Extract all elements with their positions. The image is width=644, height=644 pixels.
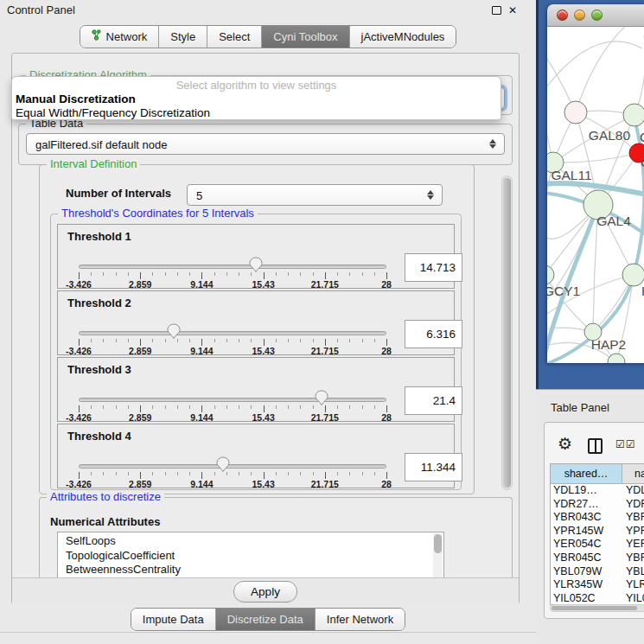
threshold-3-thumb[interactable] xyxy=(315,390,328,406)
tick-mark xyxy=(239,272,239,276)
slider-track[interactable] xyxy=(79,464,386,469)
table-hscrollbar[interactable] xyxy=(550,604,644,612)
table-hscrollbar-thumb[interactable] xyxy=(552,606,637,610)
column-layout-icon[interactable] xyxy=(588,438,603,454)
network-canvas[interactable]: GAL80GAL11GAL4GCY1HAP2GCH xyxy=(547,27,644,363)
table-row[interactable]: YBL079WYBL0 xyxy=(551,565,644,579)
table-row[interactable]: YIL052CYIL0 xyxy=(551,592,644,604)
threshold-3-slider[interactable]: -3.4262.8599.14415.4321.71528 xyxy=(79,358,386,423)
network-node[interactable] xyxy=(564,101,587,124)
threshold-4-value-field[interactable]: 11.344 xyxy=(405,453,462,481)
threshold-1-value-field[interactable]: 14.713 xyxy=(405,253,462,282)
tick-mark xyxy=(374,339,375,342)
table-row[interactable]: YBR045CYBR0 xyxy=(551,552,644,565)
network-graph: GAL80GAL11GAL4GCY1HAP2GCH xyxy=(547,27,644,363)
network-window: GAL80GAL11GAL4GCY1HAP2GCH xyxy=(547,4,644,363)
tab-style[interactable]: Style xyxy=(158,26,207,48)
threshold-panel-2: Threshold 2-3.4262.8599.14415.4321.71528… xyxy=(57,290,455,355)
tick-mark xyxy=(103,272,104,276)
thresholds-group: Threshold's Coordinates for 5 Intervals … xyxy=(50,214,462,490)
attribute-item-selfloops[interactable]: SelfLoops xyxy=(58,534,443,549)
table-row[interactable]: YBR043CYBR0 xyxy=(551,511,644,525)
bottom-tab-infer-network[interactable]: Infer Network xyxy=(315,609,405,630)
tab-label: Network xyxy=(106,26,148,48)
threshold-1-slider[interactable]: -3.4262.8599.14415.4321.71528 xyxy=(79,225,386,290)
threshold-4-thumb[interactable] xyxy=(216,456,230,473)
threshold-4-slider[interactable]: -3.4262.8599.14415.4321.71528 xyxy=(79,424,386,489)
minimize-window-button[interactable] xyxy=(574,10,585,21)
attributes-scrollbar-thumb[interactable] xyxy=(434,534,442,553)
slider-track[interactable] xyxy=(79,331,386,335)
column-header-shared-name[interactable]: shared… xyxy=(551,464,622,484)
table-row[interactable]: YPR145WYPR1 xyxy=(551,525,644,539)
control-panel-title: Control Panel xyxy=(7,3,75,16)
tick-mark xyxy=(349,472,350,475)
threshold-2-slider[interactable]: -3.4262.8599.14415.4321.71528 xyxy=(79,291,386,356)
gear-icon[interactable]: ⚙ xyxy=(558,436,572,452)
tab-network[interactable]: Network xyxy=(80,26,159,48)
window-controls: ✕ xyxy=(492,5,517,16)
tick-mark xyxy=(189,405,190,409)
desktop-edge xyxy=(536,0,539,389)
bottom-tab-impute-data[interactable]: Impute Data xyxy=(131,609,215,630)
tick-mark xyxy=(374,472,375,475)
cell-name: YBL0 xyxy=(622,565,644,579)
table-row[interactable]: YLR345WYLR3 xyxy=(551,578,644,592)
node-label-gal11: GAL11 xyxy=(551,168,591,182)
tick-mark xyxy=(337,339,338,342)
tab-jactivemnodules[interactable]: jActiveMNodules xyxy=(349,26,456,48)
apply-button[interactable]: Apply xyxy=(233,581,297,603)
slider-track[interactable] xyxy=(79,398,386,402)
network-node[interactable] xyxy=(547,265,554,284)
settings-scrollbar-thumb[interactable] xyxy=(503,178,511,488)
bottom-tab-discretize-data[interactable]: Discretize Data xyxy=(215,609,315,630)
scale-label: 21.715 xyxy=(311,279,339,290)
scale-label: 9.144 xyxy=(190,479,213,489)
threshold-2-thumb[interactable] xyxy=(167,323,181,340)
tab-cyni-toolbox[interactable]: Cyni Toolbox xyxy=(261,26,348,48)
table-row[interactable]: YDL19…YDL1 xyxy=(551,484,644,498)
float-panel-icon[interactable] xyxy=(492,6,501,15)
num-intervals-combobox[interactable]: 5 xyxy=(187,184,443,206)
attributes-list-scrollbar[interactable] xyxy=(433,533,443,579)
tick-mark xyxy=(276,339,277,342)
tick-mark xyxy=(79,339,80,346)
algorithm-option-equal-width-frequency-discretization[interactable]: Equal Width/Frequency Discretization xyxy=(12,106,501,120)
threshold-2-value-field[interactable]: 6.316 xyxy=(405,320,462,348)
tick-mark xyxy=(140,339,141,346)
attribute-item-betweennesscentrality[interactable]: BetweennessCentrality xyxy=(58,563,443,577)
tab-label: jActiveMNodules xyxy=(361,26,445,48)
tick-mark xyxy=(128,405,129,409)
settings-scrollbar[interactable] xyxy=(501,175,513,490)
tick-mark xyxy=(386,272,387,279)
tick-mark xyxy=(79,272,80,279)
node-label-g: G xyxy=(640,130,644,144)
column-header-name[interactable]: na xyxy=(622,464,644,484)
network-window-titlebar[interactable] xyxy=(547,4,644,27)
tick-mark xyxy=(140,472,141,479)
threshold-1-thumb[interactable] xyxy=(249,257,263,273)
tab-select[interactable]: Select xyxy=(207,26,261,48)
slider-track[interactable] xyxy=(79,265,386,269)
checkbox-filter-icons[interactable]: ☑☑ xyxy=(615,438,636,450)
node-label-gcy1: GCY1 xyxy=(547,284,580,298)
algorithm-option-manual-discretization[interactable]: Manual Discretization xyxy=(12,92,501,106)
table-row[interactable]: YDR27…YDR2 xyxy=(551,498,644,512)
tick-mark xyxy=(201,272,202,279)
node-label-gal4: GAL4 xyxy=(596,214,631,228)
cell-name: YBR0 xyxy=(622,552,644,565)
numerical-attributes-list[interactable]: SelfLoopsTopologicalCoefficientBetweenne… xyxy=(57,532,444,581)
tick-mark xyxy=(177,272,178,276)
tick-mark xyxy=(337,272,338,276)
threshold-panel-4: Threshold 4-3.4262.8599.14415.4321.71528… xyxy=(57,424,455,488)
table-row[interactable]: YER054CYER0 xyxy=(551,538,644,552)
zoom-window-button[interactable] xyxy=(591,10,603,21)
table-data-combobox[interactable]: galFiltered.sif default node xyxy=(26,133,505,155)
scale-label: 2.859 xyxy=(129,346,151,356)
close-window-button[interactable] xyxy=(557,10,568,21)
attribute-item-topologicalcoefficient[interactable]: TopologicalCoefficient xyxy=(58,549,443,564)
close-panel-icon[interactable]: ✕ xyxy=(508,5,517,16)
network-node[interactable] xyxy=(623,104,644,126)
tick-mark xyxy=(349,272,350,276)
threshold-3-value-field[interactable]: 21.4 xyxy=(405,386,462,415)
